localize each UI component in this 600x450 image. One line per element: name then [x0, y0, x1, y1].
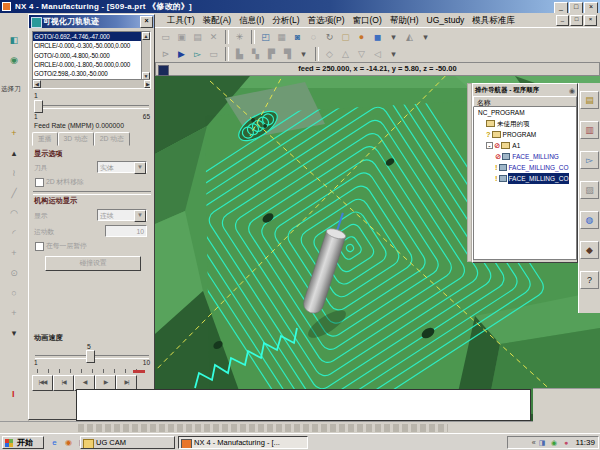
dropdown-icon[interactable]: ▾ [418, 30, 433, 45]
play-toolpath-icon[interactable]: ▶ [174, 47, 189, 62]
menu-help[interactable]: 帮助(H) [386, 15, 423, 25]
circle-dot-icon[interactable]: ⊙ [5, 264, 24, 282]
verify-icon[interactable]: ▚ [248, 47, 263, 62]
machine-navigator-icon[interactable]: ▥ [580, 121, 599, 139]
postprocess-icon[interactable]: ▛ [264, 47, 279, 62]
orient-view-icon[interactable]: ● [354, 30, 369, 45]
navigator-title-bar[interactable]: 操作导航器 - 程序顺序 ◉ [473, 84, 577, 96]
horizontal-scrollbar[interactable]: ◀ ▶ [33, 79, 151, 88]
volume-icon[interactable]: ◉ [549, 437, 560, 448]
profile-op-icon[interactable]: ◁ [370, 47, 385, 62]
minimize-button[interactable]: _ [554, 2, 568, 13]
tray-chevron-icon[interactable]: « [532, 439, 536, 446]
material-removal-checkbox[interactable] [35, 178, 44, 187]
dropdown-icon[interactable]: ▾ [386, 47, 401, 62]
tab-3d-dynamic[interactable]: 3D 动态 [58, 132, 94, 146]
dropdown-icon[interactable]: ▾ [296, 47, 311, 62]
chevron-down-icon[interactable]: ▼ [134, 162, 146, 174]
history-icon[interactable]: ◆ [580, 241, 599, 259]
menu-analysis[interactable]: 分析(L) [268, 15, 303, 25]
toolpath-line[interactable]: GOTO/-0.692,-4.746,-47.000 [33, 32, 150, 41]
toolpath-line[interactable]: GOTO/2.598,-0.300,-50.000 [33, 69, 150, 78]
save-icon[interactable]: ▣ [174, 30, 189, 45]
arrow-up-icon[interactable]: ▴ [5, 144, 24, 162]
face-op-icon[interactable]: ▽ [354, 47, 369, 62]
motion-display-dropdown[interactable]: 连续 ▼ [97, 209, 147, 221]
ime-icon[interactable]: ◨ [537, 437, 548, 448]
toolpath-line[interactable]: GOTO/-0.000,-4.800,-50.000 [33, 51, 150, 60]
dropdown-icon[interactable]: ▾ [386, 30, 401, 45]
tab-2d-dynamic[interactable]: 2D 动态 [94, 132, 130, 146]
zoom-window-icon[interactable]: ◙ [290, 30, 305, 45]
tool-display-dropdown[interactable]: 实体 ▼ [97, 161, 147, 173]
tool-move-icon[interactable]: ▻ [190, 47, 205, 62]
snapshot-icon[interactable]: ◉ [5, 51, 24, 69]
mdi-close-button[interactable]: × [584, 15, 597, 26]
plus-icon[interactable]: + [5, 244, 24, 262]
scroll-right-icon[interactable]: ▶ [144, 80, 151, 88]
tree-item-nc_program[interactable]: NC_PROGRAM [474, 107, 576, 118]
open-icon[interactable]: ▭ [158, 30, 173, 45]
shop-doc-icon[interactable]: ▜ [280, 47, 295, 62]
name-column-header[interactable]: 名称 [473, 96, 577, 107]
motion-count-field[interactable]: 10 [105, 225, 147, 237]
spline-icon[interactable]: ≀ [5, 164, 24, 182]
mdi-minimize-button[interactable]: _ [556, 15, 569, 26]
rotate-view-icon[interactable]: ↻ [322, 30, 337, 45]
taskbar-item-ugcam[interactable]: UG CAM [80, 436, 175, 449]
fillet-icon[interactable]: ◜ [5, 224, 24, 242]
refresh-icon[interactable]: ✳ [232, 30, 247, 45]
zoom-icon[interactable]: ◌ [306, 30, 321, 45]
line-icon[interactable]: ╱ [5, 184, 24, 202]
tree-item-face_milling_co[interactable]: !FACE_MILLING_CO [474, 173, 576, 184]
collision-settings-button[interactable]: 碰撞设置 [45, 256, 141, 271]
step-back-button[interactable]: |◀ [53, 375, 74, 391]
close-button[interactable]: × [584, 2, 598, 13]
point-dialog-icon[interactable]: + [5, 124, 24, 142]
taskbar-item-nx[interactable]: NX 4 - Manufacturing - [... [178, 436, 308, 449]
drill-op-icon[interactable]: △ [338, 47, 353, 62]
scroll-up-icon[interactable]: ▲ [142, 32, 150, 40]
display-mode-icon[interactable]: ◭ [402, 30, 417, 45]
menu-assemblies[interactable]: 装配(A) [199, 15, 235, 25]
toolpath-line[interactable]: CIRCLE/-0.000,-1.800,-50.000,0.000 [33, 60, 150, 69]
mdi-restore-button[interactable]: □ [570, 15, 583, 26]
circle-icon[interactable]: ○ [5, 284, 24, 302]
mill-op-icon[interactable]: ◇ [322, 47, 337, 62]
part-navigator-icon[interactable]: ▻ [580, 151, 599, 169]
menu-preferences[interactable]: 首选项(P) [304, 15, 349, 25]
go-to-start-button[interactable]: |◀◀ [32, 375, 53, 391]
progress-slider-track[interactable] [35, 105, 149, 109]
print-icon[interactable]: ▤ [190, 30, 205, 45]
antivirus-icon[interactable]: ● [561, 437, 572, 448]
menu-window[interactable]: 窗口(O) [348, 15, 385, 25]
dialog-close-button[interactable]: × [140, 16, 153, 28]
menu-tools[interactable]: 工具(T) [163, 15, 199, 25]
tree-item-face_milling_co[interactable]: !FACE_MILLING_CO [474, 162, 576, 173]
generate-icon[interactable]: ▙ [232, 47, 247, 62]
menu-ug-study[interactable]: UG_study [423, 15, 469, 25]
list-toolpath-icon[interactable]: ▭ [206, 47, 221, 62]
ie-icon[interactable]: e [48, 436, 61, 449]
help-icon[interactable]: ? [580, 271, 599, 289]
start-button[interactable]: 开始 [2, 436, 44, 449]
scroll-left-icon[interactable]: ◀ [33, 80, 41, 88]
tree-item-program[interactable]: ?PROGRAM [474, 129, 576, 140]
tree-item-未使用的项[interactable]: 未使用的项 [474, 118, 576, 129]
display-toggle-icon[interactable]: ◧ [5, 31, 24, 49]
tree-item-a1[interactable]: -⊘A1 [474, 140, 576, 151]
web-browser-icon[interactable]: ◍ [580, 211, 599, 229]
pause-checkbox[interactable] [35, 242, 44, 251]
select-filter-icon[interactable]: ⊳ [158, 47, 173, 62]
pan-view-icon[interactable]: ▢ [338, 30, 353, 45]
dialog-title-bar[interactable]: 可视化刀轨轨迹 × [29, 15, 154, 28]
media-player-icon[interactable]: ◉ [62, 436, 75, 449]
vertical-scrollbar[interactable]: ▲ ▼ [141, 32, 150, 80]
tree-item-face_milling[interactable]: ⊘FACE_MILLING [474, 151, 576, 162]
menu-mold-library[interactable]: 模具标准库 [468, 15, 519, 25]
zoom-fill-icon[interactable]: ▦ [274, 30, 289, 45]
shaded-view-icon[interactable]: ◼ [370, 30, 385, 45]
cross-icon[interactable]: + [5, 304, 24, 322]
tab-replay[interactable]: 重播 [32, 132, 58, 146]
reuse-library-icon[interactable]: ▨ [580, 181, 599, 199]
